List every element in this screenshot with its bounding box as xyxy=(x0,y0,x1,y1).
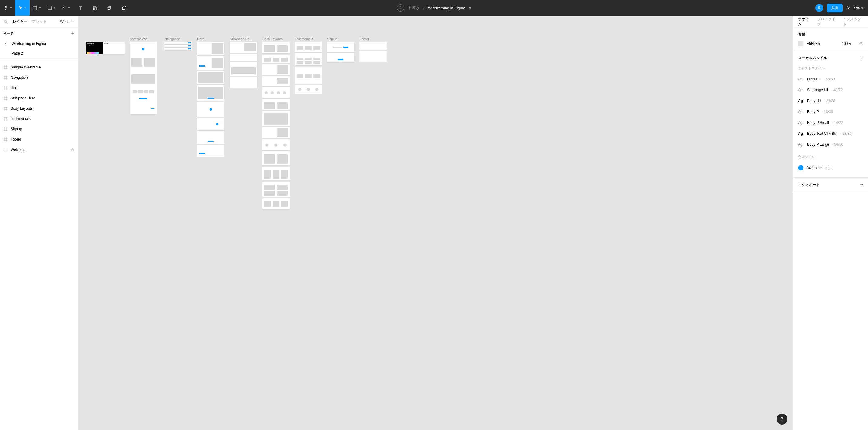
page-item[interactable]: Wireframing in Figma xyxy=(0,39,78,49)
page-selector[interactable]: Wire... ⌃ xyxy=(60,20,74,24)
svg-rect-2 xyxy=(93,6,94,7)
text-style-meta: · 24/36 xyxy=(824,99,835,103)
layer-item[interactable]: Welcome xyxy=(0,145,78,155)
text-style-row[interactable]: AgBody P Large · 36/50 xyxy=(798,139,863,150)
share-button[interactable]: 共有 xyxy=(827,4,842,12)
frame-label[interactable]: Sub-page He... xyxy=(230,37,252,41)
background-hex[interactable]: E5E5E5 xyxy=(807,41,820,46)
canvas[interactable]: Wireframingin Figma Overview xyxy=(78,16,793,430)
page-name: Page 2 xyxy=(11,51,23,55)
toolbar: ▼ ▼ ▼ ▼ ▼ xyxy=(0,0,868,16)
tab-assets[interactable]: アセット xyxy=(32,19,46,24)
text-style-name: Hero H1 xyxy=(807,77,821,81)
export-section: エクスポート + xyxy=(793,178,868,192)
right-panel: デザイン プロトタイプ インスペクト 背景 E5E5E5 100% ローカルスタ… xyxy=(793,16,868,430)
move-tool-button[interactable]: ▼ xyxy=(15,0,30,16)
tab-layers[interactable]: レイヤー xyxy=(13,19,27,24)
layer-item[interactable]: Body Layouts xyxy=(0,103,78,114)
text-style-row[interactable]: AgBody P · 18/30 xyxy=(798,106,863,117)
page-item[interactable]: Page 2 xyxy=(0,49,78,58)
text-style-row[interactable]: AgBody Text CTA Btn · 18/30 xyxy=(798,128,863,139)
text-style-name: Body P Small xyxy=(807,121,829,125)
layer-item[interactable]: Testimonials xyxy=(0,114,78,124)
text-style-meta: · 36/50 xyxy=(832,142,843,147)
chevron-down-icon: ▼ xyxy=(24,7,26,9)
owner-avatar[interactable] xyxy=(397,4,404,11)
text-style-row[interactable]: AgBody P Small · 14/22 xyxy=(798,117,863,128)
comment-tool-button[interactable] xyxy=(117,0,131,16)
text-style-name: Sub-page H1 xyxy=(807,88,829,92)
chevron-down-icon: ▼ xyxy=(53,7,55,9)
pages-header: ページ + xyxy=(0,28,78,39)
layer-name: Signup xyxy=(10,127,22,131)
svg-rect-7 xyxy=(4,148,7,151)
shape-tool-button[interactable]: ▼ xyxy=(44,0,59,16)
text-style-meta: · 18/30 xyxy=(822,110,833,114)
text-style-row[interactable]: AgBody H4 · 24/36 xyxy=(798,95,863,106)
layer-name: Sub-page Hero xyxy=(10,96,35,100)
visibility-icon[interactable] xyxy=(859,41,863,46)
layer-item[interactable]: Sample Wireframe xyxy=(0,62,78,72)
search-icon[interactable] xyxy=(4,20,8,24)
frame-label[interactable]: Signup xyxy=(327,37,337,41)
tab-inspect[interactable]: インスペクト xyxy=(843,17,863,27)
svg-rect-3 xyxy=(96,6,97,7)
present-button[interactable] xyxy=(846,6,850,10)
chevron-down-icon: ▼ xyxy=(39,7,41,9)
frame-tool-button[interactable]: ▼ xyxy=(30,0,44,16)
chevron-down-icon[interactable]: ▾ xyxy=(469,6,471,10)
layer-item[interactable]: Sub-page Hero xyxy=(0,93,78,103)
file-name[interactable]: Wireframing in Figma xyxy=(428,6,465,10)
add-page-button[interactable]: + xyxy=(71,31,74,36)
add-export-button[interactable]: + xyxy=(861,182,863,187)
help-button[interactable]: ? xyxy=(777,413,787,425)
frame-label[interactable]: Hero xyxy=(197,37,205,41)
local-styles-section: ローカルスタイル + テキストスタイル AgHero H1 · 56/80AgS… xyxy=(793,51,868,178)
text-style-meta: · 14/22 xyxy=(832,121,843,125)
breadcrumb-separator: / xyxy=(423,6,424,10)
background-swatch[interactable] xyxy=(798,41,804,46)
layer-item[interactable]: Hero xyxy=(0,83,78,93)
text-styles-label: テキストスタイル xyxy=(798,66,863,70)
frame-label[interactable]: Testimonials xyxy=(295,37,313,41)
frame-label[interactable]: Navigation xyxy=(164,37,180,41)
page-name: Wireframing in Figma xyxy=(11,41,46,46)
draft-label[interactable]: 下書き xyxy=(408,5,420,10)
text-style-name: Body P Large xyxy=(807,142,829,147)
tab-design[interactable]: デザイン xyxy=(798,17,812,27)
text-style-icon: Ag xyxy=(798,99,804,103)
text-tool-button[interactable] xyxy=(73,0,88,16)
color-style-row[interactable]: Actionable Item xyxy=(798,162,863,173)
user-avatar-badge[interactable]: S xyxy=(815,4,823,12)
layer-item[interactable]: Footer xyxy=(0,134,78,145)
text-style-name: Body H4 xyxy=(807,99,821,103)
background-section: 背景 E5E5E5 100% xyxy=(793,28,868,51)
layer-name: Navigation xyxy=(10,75,28,80)
background-opacity[interactable]: 100% xyxy=(842,41,851,46)
frame-icon xyxy=(4,86,7,90)
tab-prototype[interactable]: プロトタイプ xyxy=(817,17,837,27)
layer-item[interactable]: Navigation xyxy=(0,72,78,83)
layer-name: Welcome xyxy=(10,148,26,152)
layer-item[interactable]: Signup xyxy=(0,124,78,134)
frame-label[interactable]: Body Layouts xyxy=(262,37,283,41)
text-style-row[interactable]: AgSub-page H1 · 48/72 xyxy=(798,85,863,95)
frame-icon xyxy=(4,137,7,142)
zoom-control[interactable]: 5% ▾ xyxy=(854,6,863,10)
frame-icon xyxy=(4,117,7,121)
text-style-meta: · 18/30 xyxy=(840,131,851,136)
color-style-name: Actionable Item xyxy=(807,166,832,170)
layer-name: Testimonials xyxy=(10,117,31,121)
layer-name: Sample Wireframe xyxy=(10,65,40,69)
svg-point-1 xyxy=(65,7,65,7)
hand-tool-button[interactable] xyxy=(102,0,117,16)
pen-tool-button[interactable]: ▼ xyxy=(59,0,73,16)
export-title: エクスポート xyxy=(798,182,820,187)
main-menu-button[interactable]: ▼ xyxy=(0,0,15,16)
frame-icon xyxy=(4,106,7,111)
resources-button[interactable] xyxy=(88,0,102,16)
add-style-button[interactable]: + xyxy=(861,55,863,61)
frame-label[interactable]: Footer xyxy=(360,37,369,41)
text-style-row[interactable]: AgHero H1 · 56/80 xyxy=(798,73,863,85)
frame-label[interactable]: Sample Wir... xyxy=(130,37,149,41)
